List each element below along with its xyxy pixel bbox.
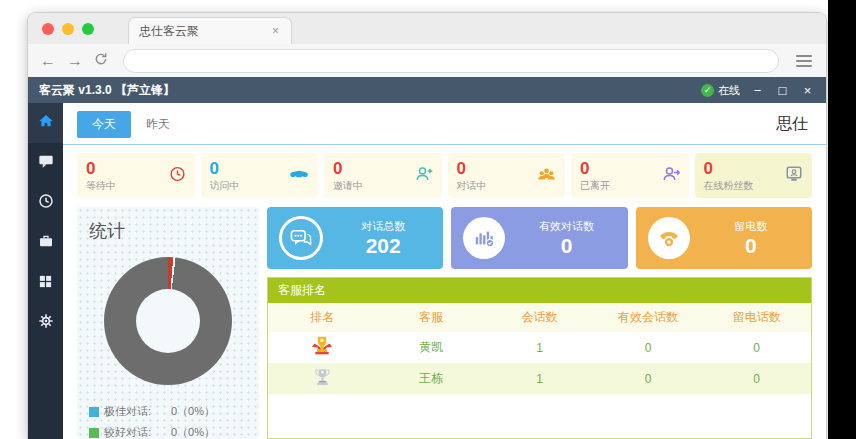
home-icon xyxy=(38,113,54,133)
url-input[interactable] xyxy=(123,49,779,73)
app-minimize-icon[interactable]: − xyxy=(750,83,765,98)
stat-card-online-fans[interactable]: 0 在线粉丝数 xyxy=(695,153,813,198)
legend-item: 较好对话: 0（0%） xyxy=(89,422,247,439)
menu-icon[interactable] xyxy=(794,53,814,69)
stat-card-left[interactable]: 0 已离开 xyxy=(571,153,689,198)
col-valid-sessions: 有效会话数 xyxy=(594,309,703,326)
app-title: 客云聚 v1.3.0 【芦立锋】 xyxy=(39,82,175,99)
brand-label: 思仕 xyxy=(776,114,812,135)
sidebar-item-history[interactable] xyxy=(28,183,63,223)
tab-today[interactable]: 今天 xyxy=(77,111,131,138)
online-status: ✓ 在线 xyxy=(701,83,740,98)
legend-item: 极佳对话: 0（0%） xyxy=(89,401,247,422)
chat-bubbles-icon xyxy=(279,216,323,260)
table-row[interactable]: 王栋 1 0 0 xyxy=(268,363,811,394)
valid-sessions-value: 0 xyxy=(594,341,703,355)
chat-icon xyxy=(38,153,54,173)
minimize-window-icon[interactable] xyxy=(62,23,74,35)
ranking-header-row: 排名 客服 会话数 有效会话数 留电话数 xyxy=(268,303,811,332)
traffic-lights xyxy=(42,13,94,44)
users-icon xyxy=(537,166,556,186)
sidebar-item-apps[interactable] xyxy=(28,263,63,303)
id-card-icon xyxy=(785,165,803,187)
sidebar-item-workspace[interactable] xyxy=(28,223,63,263)
col-sessions: 会话数 xyxy=(485,309,594,326)
clock-icon xyxy=(169,165,186,186)
statistics-title: 统计 xyxy=(89,219,247,243)
stat-card-waiting[interactable]: 0 等待中 xyxy=(77,153,195,198)
gold-trophy-icon xyxy=(268,335,377,360)
stat-card-inviting[interactable]: 0 邀请中 xyxy=(324,153,442,198)
bar-chart-icon xyxy=(463,217,505,259)
legend-swatch xyxy=(89,407,99,417)
donut-legend: 极佳对话: 0（0%） 较好对话: 0（0%） 一般对话: 0（0%） xyxy=(89,401,247,439)
card-phone-leads[interactable]: 留电数 0 xyxy=(636,207,812,269)
stat-card-visiting[interactable]: 0 访问中 xyxy=(201,153,319,198)
col-phones: 留电话数 xyxy=(702,309,811,326)
sidebar-item-chats[interactable] xyxy=(28,143,63,183)
table-row[interactable]: 黄凯 1 0 0 xyxy=(268,332,811,363)
col-agent: 客服 xyxy=(377,309,486,326)
browser-window: 忠仕客云聚 × ← → 客云聚 v1.3.0 【芦立锋】 ✓ 在线 − □ × xyxy=(28,13,826,439)
agent-name: 黄凯 xyxy=(377,339,486,356)
col-rank: 排名 xyxy=(268,309,377,326)
stat-card-chatting[interactable]: 0 对话中 xyxy=(448,153,566,198)
sessions-value: 1 xyxy=(485,372,594,386)
card-label: 对话总数 xyxy=(335,219,431,234)
period-tabs: 今天 昨天 思仕 xyxy=(63,103,826,145)
ranking-title: 客服排名 xyxy=(268,278,811,303)
tab-title: 忠仕客云聚 xyxy=(139,23,270,40)
briefcase-icon xyxy=(38,233,54,253)
tab-yesterday[interactable]: 昨天 xyxy=(131,111,185,138)
forward-icon[interactable]: → xyxy=(67,53,83,69)
sidebar xyxy=(28,103,63,439)
phones-value: 0 xyxy=(702,372,811,386)
agent-name: 王栋 xyxy=(377,370,486,387)
card-value: 0 xyxy=(517,234,615,257)
app-titlebar: 客云聚 v1.3.0 【芦立锋】 ✓ 在线 − □ × xyxy=(28,77,826,103)
browser-tabstrip: 忠仕客云聚 × xyxy=(28,13,826,44)
agent-ranking-panel: 客服排名 排名 客服 会话数 有效会话数 留电话数 黄凯 xyxy=(267,277,812,439)
grid-icon xyxy=(38,274,53,293)
phones-value: 0 xyxy=(702,341,811,355)
sidebar-item-home[interactable] xyxy=(28,103,63,143)
summary-cards: 对话总数 202 有效对话数 0 xyxy=(267,207,812,269)
close-window-icon[interactable] xyxy=(42,23,54,35)
tab-close-icon[interactable]: × xyxy=(270,24,281,38)
back-icon[interactable]: ← xyxy=(40,53,56,69)
card-valid-conversations[interactable]: 有效对话数 0 xyxy=(451,207,627,269)
user-plus-icon xyxy=(415,165,433,187)
card-label: 有效对话数 xyxy=(517,219,615,234)
valid-sessions-value: 0 xyxy=(594,372,703,386)
card-total-conversations[interactable]: 对话总数 202 xyxy=(267,207,443,269)
statistics-panel: 统计 极佳对话: 0（0%） 较好对话: 0（0%） xyxy=(77,207,259,439)
zoom-window-icon[interactable] xyxy=(82,23,94,35)
gear-icon xyxy=(38,313,54,333)
reload-icon[interactable] xyxy=(94,52,108,70)
browser-toolbar: ← → xyxy=(28,44,826,77)
app-maximize-icon[interactable]: □ xyxy=(775,83,790,98)
clock-icon xyxy=(38,193,54,213)
screen-letterbox xyxy=(828,0,856,439)
card-value: 202 xyxy=(335,234,431,257)
silver-trophy-icon xyxy=(268,368,377,390)
online-check-icon: ✓ xyxy=(701,84,714,97)
online-status-label: 在线 xyxy=(718,83,740,98)
user-arrow-icon xyxy=(662,165,680,187)
card-value: 0 xyxy=(702,234,800,257)
browser-tab[interactable]: 忠仕客云聚 × xyxy=(128,17,292,44)
sessions-value: 1 xyxy=(485,341,594,355)
legend-swatch xyxy=(89,428,99,438)
sidebar-item-settings[interactable] xyxy=(28,303,63,343)
app-close-icon[interactable]: × xyxy=(800,83,815,98)
phone-icon xyxy=(648,217,690,259)
handshake-icon xyxy=(289,166,309,186)
card-label: 留电数 xyxy=(702,219,800,234)
conversation-quality-donut-chart xyxy=(104,257,232,385)
stats-row: 0 等待中 0 访问中 0 邀请中 0 对话中 xyxy=(63,145,826,200)
